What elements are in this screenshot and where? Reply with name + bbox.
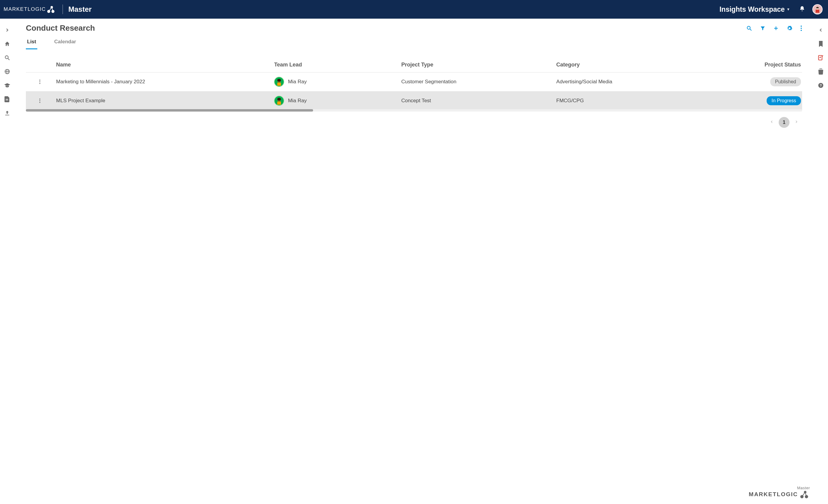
nav-documents[interactable] xyxy=(4,96,11,103)
page-current[interactable]: 1 xyxy=(779,117,789,128)
tab-list[interactable]: List xyxy=(26,39,37,49)
avatar-person-icon xyxy=(813,4,822,14)
table-row[interactable]: MLS Project ExampleMia RayConcept TestFM… xyxy=(26,91,802,110)
team-lead-avatar xyxy=(274,77,284,87)
tab-calendar[interactable]: Calendar xyxy=(53,39,77,49)
svg-point-17 xyxy=(801,26,802,27)
help-icon: ? xyxy=(818,82,824,88)
nav-upload[interactable] xyxy=(4,110,11,117)
cell-team-lead[interactable]: Mia Ray xyxy=(272,73,399,91)
upload-icon xyxy=(4,110,10,116)
tenant-name[interactable]: Master xyxy=(68,5,91,13)
chevron-right-icon xyxy=(794,120,798,124)
brand-logo[interactable]: MARKETLOGIC xyxy=(4,5,56,13)
status-badge: Published xyxy=(770,77,801,86)
search-icon xyxy=(4,55,10,61)
more-vertical-icon xyxy=(39,98,41,103)
expand-nav-button[interactable] xyxy=(4,27,11,34)
nav-globe[interactable] xyxy=(4,68,11,75)
page-next[interactable] xyxy=(793,119,800,126)
svg-rect-12 xyxy=(6,100,8,100)
horizontal-scrollbar[interactable] xyxy=(26,109,802,112)
app-header: MARKETLOGIC Master Insights Workspace ▼ xyxy=(0,0,828,18)
nav-education[interactable] xyxy=(4,82,11,89)
col-category[interactable]: Category xyxy=(554,59,718,73)
svg-rect-26 xyxy=(277,83,281,86)
cell-name[interactable]: Marketing to Millennials - January 2022 xyxy=(54,73,272,91)
bell-icon xyxy=(799,5,805,12)
svg-point-13 xyxy=(747,26,750,29)
svg-point-20 xyxy=(39,80,40,81)
cell-project-type: Customer Segmentation xyxy=(399,73,554,91)
brand-logo-icon xyxy=(800,490,810,499)
right-nav-trash[interactable] xyxy=(817,68,824,75)
row-menu-button[interactable] xyxy=(28,79,51,84)
globe-icon xyxy=(4,69,10,75)
cell-category: Advertising/Social Media xyxy=(554,73,718,91)
svg-text:?: ? xyxy=(820,83,822,87)
col-team-lead[interactable]: Team Lead xyxy=(272,59,399,73)
svg-rect-33 xyxy=(277,102,281,105)
workspace-dropdown[interactable]: Insights Workspace ▼ xyxy=(719,5,790,13)
more-vertical-icon xyxy=(800,25,802,31)
home-icon xyxy=(4,41,10,47)
col-project-type[interactable]: Project Type xyxy=(399,59,554,73)
gear-icon xyxy=(786,25,792,31)
page-prev[interactable] xyxy=(769,119,775,126)
scrollbar-thumb[interactable] xyxy=(26,109,313,112)
document-icon xyxy=(4,96,10,102)
svg-point-29 xyxy=(39,102,40,103)
right-nav-help[interactable]: ? xyxy=(817,82,824,89)
svg-point-28 xyxy=(39,100,40,101)
main-content: Conduct Research xyxy=(14,18,814,504)
row-menu-button[interactable] xyxy=(28,98,51,103)
search-icon xyxy=(746,25,752,31)
chevron-left-icon xyxy=(770,120,774,124)
svg-line-7 xyxy=(8,59,10,60)
svg-point-27 xyxy=(39,99,40,99)
cell-status: In Progress xyxy=(717,91,802,110)
nav-home[interactable] xyxy=(4,40,11,47)
cell-status: Published xyxy=(717,73,802,91)
toolbar-add-button[interactable] xyxy=(773,26,779,31)
svg-rect-5 xyxy=(816,10,819,13)
caret-down-icon: ▼ xyxy=(786,7,790,11)
projects-table: Name Team Lead Project Type Category Pro… xyxy=(26,59,802,110)
svg-rect-11 xyxy=(6,99,8,99)
right-nav: ? xyxy=(814,18,828,504)
plus-icon xyxy=(773,26,779,31)
toolbar-filter-button[interactable] xyxy=(760,26,765,31)
footer-sub: Master xyxy=(749,486,810,490)
svg-point-25 xyxy=(277,79,281,82)
toolbar-search-button[interactable] xyxy=(746,25,752,31)
collapse-right-nav-button[interactable] xyxy=(817,27,824,34)
svg-point-21 xyxy=(39,81,40,82)
footer-brand: Master MARKETLOGIC xyxy=(749,486,810,499)
right-nav-bookmark[interactable] xyxy=(817,40,824,47)
cell-team-lead[interactable]: Mia Ray xyxy=(272,91,399,110)
col-project-status[interactable]: Project Status xyxy=(717,59,802,73)
user-avatar[interactable] xyxy=(812,4,823,14)
toolbar-more-button[interactable] xyxy=(800,25,802,31)
chevron-right-icon xyxy=(4,27,10,33)
toolbar-settings-button[interactable] xyxy=(786,25,792,31)
team-lead-name: Mia Ray xyxy=(288,79,306,85)
more-vertical-icon xyxy=(39,79,41,84)
filter-icon xyxy=(760,26,765,31)
graduation-cap-icon xyxy=(4,82,10,88)
status-badge: In Progress xyxy=(767,96,801,105)
trash-icon xyxy=(818,69,824,75)
table-row[interactable]: Marketing to Millennials - January 2022M… xyxy=(26,73,802,91)
col-name[interactable]: Name xyxy=(54,59,272,73)
right-nav-tasks[interactable] xyxy=(817,54,824,61)
footer-brand-text: MARKETLOGIC xyxy=(749,491,798,498)
svg-point-6 xyxy=(5,56,8,59)
notifications-button[interactable] xyxy=(799,5,805,13)
brand-logo-icon xyxy=(47,5,56,13)
nav-search[interactable] xyxy=(4,54,11,61)
view-tabs: List Calendar xyxy=(26,39,802,50)
page-title: Conduct Research xyxy=(26,24,95,33)
svg-point-22 xyxy=(39,83,40,84)
brand-logo-text: MARKETLOGIC xyxy=(4,6,46,12)
cell-name[interactable]: MLS Project Example xyxy=(54,91,272,110)
